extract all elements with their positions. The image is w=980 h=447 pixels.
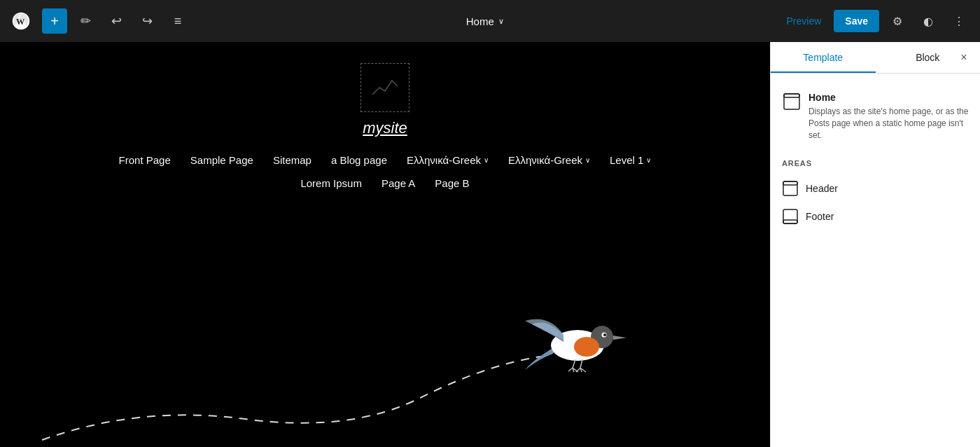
area-item-header[interactable]: Header	[782, 174, 969, 202]
sidebar-content: Home Displays as the site's home page, o…	[771, 74, 980, 447]
nav-item-greek-label: Ελληνικά-Greek	[407, 154, 481, 166]
chevron-down-icon: ∨	[498, 17, 504, 26]
sidebar-tabs: Template Block ×	[771, 42, 980, 74]
svg-rect-17	[784, 94, 799, 97]
footer-label: Footer	[806, 211, 834, 222]
toolbar-center: Home ∨	[196, 11, 774, 32]
nav-item-lorem[interactable]: Lorem Ipsum	[300, 177, 362, 189]
pencil-icon: ✏	[80, 13, 91, 29]
svg-point-7	[603, 333, 606, 336]
areas-label: AREAS	[782, 159, 969, 167]
svg-point-5	[574, 337, 599, 357]
site-header: mysite Front Page Sample Page Sitemap a …	[0, 42, 770, 189]
main-area: mysite Front Page Sample Page Sitemap a …	[0, 42, 980, 447]
plus-icon: +	[50, 13, 59, 29]
home-item-info: Home Displays as the site's home page, o…	[808, 92, 969, 141]
svg-rect-18	[783, 181, 797, 195]
preview-button[interactable]: Preview	[780, 11, 829, 31]
nav-item-greek[interactable]: Ελληνικά-Greek ∨	[407, 154, 489, 166]
footer-area-icon	[782, 208, 799, 225]
svg-line-9	[568, 368, 573, 371]
toolbar-right: Preview Save ⚙ ◐ ⋮	[780, 8, 972, 34]
list-icon: ≡	[174, 14, 182, 29]
contrast-icon: ◐	[923, 15, 933, 28]
bird-scene	[0, 279, 770, 447]
tab-template[interactable]: Template	[771, 42, 876, 73]
wp-logo[interactable]: W	[8, 8, 34, 34]
settings-button[interactable]: ⚙	[885, 8, 910, 34]
nav-item-about-tests[interactable]: Ελληνικά-Greek ∨	[508, 154, 590, 166]
sub-nav: Lorem Ipsum Page A Page B	[300, 177, 469, 189]
add-block-button[interactable]: +	[42, 8, 67, 34]
home-item-desc: Displays as the site's home page, or as …	[808, 106, 969, 141]
nav-item-front-page[interactable]: Front Page	[119, 154, 171, 166]
svg-text:W: W	[16, 17, 25, 27]
redo-button[interactable]: ↪	[134, 8, 160, 34]
nav-menu: Front Page Sample Page Sitemap a Blog pa…	[91, 154, 680, 166]
page-title-button[interactable]: Home ∨	[458, 11, 512, 32]
nav-item-blog[interactable]: a Blog page	[331, 154, 387, 166]
nav-item-sample-page[interactable]: Sample Page	[190, 154, 253, 166]
home-icon	[782, 92, 802, 111]
area-item-footer[interactable]: Footer	[782, 202, 969, 231]
undo-icon: ↩	[111, 13, 122, 29]
list-view-button[interactable]: ≡	[165, 8, 190, 34]
canvas: mysite Front Page Sample Page Sitemap a …	[0, 42, 770, 447]
site-logo[interactable]	[360, 63, 410, 112]
site-name[interactable]: mysite	[363, 119, 407, 137]
home-item-title: Home	[808, 92, 969, 103]
nav-item-page-a[interactable]: Page A	[382, 177, 415, 189]
gear-icon: ⚙	[892, 15, 902, 28]
chevron-down-icon: ∨	[484, 156, 489, 164]
tab-indicator	[771, 71, 876, 73]
more-options-button[interactable]: ⋮	[946, 8, 972, 34]
header-label: Header	[806, 183, 838, 194]
redo-icon: ↪	[142, 13, 153, 29]
svg-rect-21	[783, 220, 797, 224]
page-title-label: Home	[466, 15, 494, 27]
nav-item-level1[interactable]: Level 1 ∨	[610, 154, 651, 166]
chevron-down-icon: ∨	[585, 156, 590, 164]
sidebar: Template Block × Home Displays as the si…	[770, 42, 980, 447]
toolbar: W + ✏ ↩ ↪ ≡ Home ∨ Preview Save ⚙ ◐ ⋮	[0, 0, 980, 42]
undo-button[interactable]: ↩	[104, 8, 129, 34]
nav-item-page-b[interactable]: Page B	[435, 177, 469, 189]
chevron-down-icon: ∨	[646, 156, 651, 164]
svg-rect-20	[783, 209, 797, 224]
header-area-icon	[782, 180, 799, 197]
home-item: Home Displays as the site's home page, o…	[782, 85, 969, 148]
contrast-button[interactable]: ◐	[916, 8, 941, 34]
sidebar-close-button[interactable]: ×	[953, 47, 974, 68]
svg-marker-4	[613, 336, 626, 340]
nav-item-about-tests-label: Ελληνικά-Greek	[508, 154, 582, 166]
close-icon: ×	[960, 51, 967, 64]
nav-item-sitemap[interactable]: Sitemap	[273, 154, 312, 166]
more-icon: ⋮	[953, 15, 965, 28]
svg-rect-16	[784, 94, 799, 109]
nav-item-level1-label: Level 1	[610, 154, 643, 166]
svg-rect-19	[783, 181, 797, 185]
save-button[interactable]: Save	[834, 10, 879, 32]
tools-button[interactable]: ✏	[73, 8, 98, 34]
